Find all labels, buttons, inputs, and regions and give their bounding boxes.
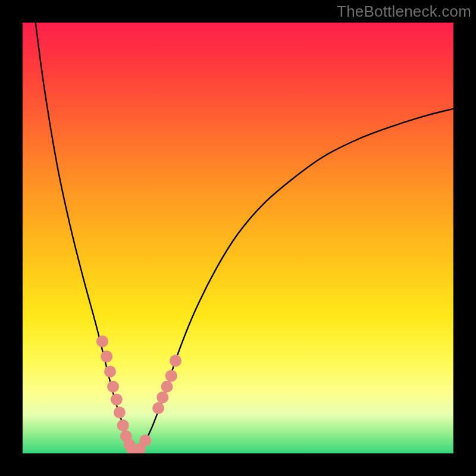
plot-area — [23, 23, 453, 453]
curve-marker — [101, 350, 112, 362]
plot-svg — [23, 23, 453, 453]
curve-marker — [170, 355, 181, 367]
curve-marker — [111, 394, 123, 406]
curve-marker — [139, 434, 151, 446]
curve-marker — [114, 406, 126, 418]
curve-markers — [96, 336, 181, 453]
curve-marker — [165, 370, 177, 382]
bottleneck-curve — [36, 23, 453, 452]
curve-marker — [152, 402, 164, 414]
curve-marker — [117, 419, 129, 431]
curve-marker — [104, 365, 116, 377]
curve-marker — [156, 392, 168, 403]
curve-marker — [96, 336, 108, 347]
watermark: TheBottleneck.com — [337, 2, 471, 21]
chart-stage: TheBottleneck.com — [0, 0, 476, 476]
curve-marker — [107, 381, 119, 393]
curve-marker — [161, 381, 173, 393]
